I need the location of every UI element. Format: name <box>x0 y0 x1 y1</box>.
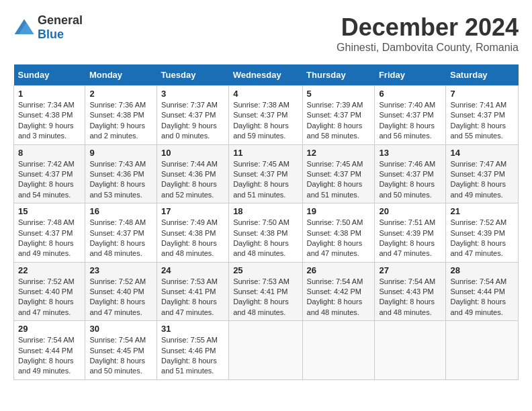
calendar-day-cell: 14 Sunrise: 7:47 AMSunset: 4:37 PMDaylig… <box>446 144 519 203</box>
calendar-day-cell: 4 Sunrise: 7:38 AMSunset: 4:37 PMDayligh… <box>229 86 302 145</box>
day-number: 12 <box>307 148 371 158</box>
calendar-day-cell: 2 Sunrise: 7:36 AMSunset: 4:38 PMDayligh… <box>85 86 157 145</box>
calendar-day-cell: 26 Sunrise: 7:54 AMSunset: 4:42 PMDaylig… <box>302 262 375 321</box>
day-number: 8 <box>18 148 81 158</box>
day-number: 10 <box>161 148 224 158</box>
day-info: Sunrise: 7:44 AMSunset: 4:36 PMDaylight:… <box>161 160 218 199</box>
calendar-day-cell <box>302 321 375 380</box>
day-number: 25 <box>233 265 298 275</box>
day-info: Sunrise: 7:40 AMSunset: 4:37 PMDaylight:… <box>379 101 435 140</box>
day-number: 28 <box>450 265 514 275</box>
calendar-day-cell <box>375 321 446 380</box>
calendar-day-cell: 22 Sunrise: 7:52 AMSunset: 4:40 PMDaylig… <box>14 262 85 321</box>
calendar-day-cell: 19 Sunrise: 7:50 AMSunset: 4:38 PMDaylig… <box>302 203 375 263</box>
calendar-day-cell: 20 Sunrise: 7:51 AMSunset: 4:39 PMDaylig… <box>375 203 446 263</box>
day-info: Sunrise: 7:42 AMSunset: 4:37 PMDaylight:… <box>18 160 75 199</box>
day-info: Sunrise: 7:45 AMSunset: 4:37 PMDaylight:… <box>307 160 363 199</box>
day-number: 2 <box>89 89 152 99</box>
day-info: Sunrise: 7:50 AMSunset: 4:38 PMDaylight:… <box>233 218 290 257</box>
calendar-day-cell: 8 Sunrise: 7:42 AMSunset: 4:37 PMDayligh… <box>14 144 85 203</box>
day-number: 13 <box>379 148 441 158</box>
calendar-week-row: 1 Sunrise: 7:34 AMSunset: 4:38 PMDayligh… <box>14 86 519 145</box>
day-number: 14 <box>450 148 514 158</box>
day-number: 18 <box>233 206 298 216</box>
day-info: Sunrise: 7:39 AMSunset: 4:37 PMDaylight:… <box>307 101 363 140</box>
calendar-day-cell: 10 Sunrise: 7:44 AMSunset: 4:36 PMDaylig… <box>157 144 229 203</box>
day-number: 27 <box>379 265 441 275</box>
day-info: Sunrise: 7:52 AMSunset: 4:40 PMDaylight:… <box>18 277 75 316</box>
day-info: Sunrise: 7:46 AMSunset: 4:37 PMDaylight:… <box>379 160 435 199</box>
day-number: 15 <box>18 206 81 216</box>
day-number: 29 <box>18 324 81 334</box>
day-number: 21 <box>450 206 514 216</box>
day-info: Sunrise: 7:45 AMSunset: 4:37 PMDaylight:… <box>233 160 290 199</box>
day-number: 4 <box>233 89 298 99</box>
day-info: Sunrise: 7:54 AMSunset: 4:44 PMDaylight:… <box>18 336 75 375</box>
day-info: Sunrise: 7:53 AMSunset: 4:41 PMDaylight:… <box>233 277 290 316</box>
calendar-day-cell <box>446 321 519 380</box>
column-header-sunday: Sunday <box>14 64 85 86</box>
column-header-saturday: Saturday <box>446 64 519 86</box>
day-info: Sunrise: 7:48 AMSunset: 4:37 PMDaylight:… <box>89 218 146 257</box>
calendar-day-cell <box>229 321 302 380</box>
day-number: 5 <box>307 89 371 99</box>
logo: General Blue <box>13 13 83 42</box>
day-number: 6 <box>379 89 441 99</box>
day-info: Sunrise: 7:49 AMSunset: 4:38 PMDaylight:… <box>161 218 218 257</box>
day-number: 24 <box>161 265 224 275</box>
day-info: Sunrise: 7:55 AMSunset: 4:46 PMDaylight:… <box>161 336 218 375</box>
calendar-day-cell: 6 Sunrise: 7:40 AMSunset: 4:37 PMDayligh… <box>375 86 446 145</box>
day-number: 11 <box>233 148 298 158</box>
day-info: Sunrise: 7:48 AMSunset: 4:37 PMDaylight:… <box>18 218 75 257</box>
calendar-day-cell: 13 Sunrise: 7:46 AMSunset: 4:37 PMDaylig… <box>375 144 446 203</box>
day-info: Sunrise: 7:54 AMSunset: 4:42 PMDaylight:… <box>307 277 363 316</box>
day-number: 7 <box>450 89 514 99</box>
calendar-week-row: 29 Sunrise: 7:54 AMSunset: 4:44 PMDaylig… <box>14 321 519 380</box>
calendar-day-cell: 30 Sunrise: 7:54 AMSunset: 4:45 PMDaylig… <box>85 321 157 380</box>
day-info: Sunrise: 7:54 AMSunset: 4:44 PMDaylight:… <box>450 277 506 316</box>
calendar-week-row: 22 Sunrise: 7:52 AMSunset: 4:40 PMDaylig… <box>14 262 519 321</box>
logo-text-general: General <box>38 13 83 27</box>
page-header: General Blue December 2024 Ghinesti, Dam… <box>13 13 519 54</box>
calendar-day-cell: 5 Sunrise: 7:39 AMSunset: 4:37 PMDayligh… <box>302 86 375 145</box>
calendar-header-row: SundayMondayTuesdayWednesdayThursdayFrid… <box>14 64 519 86</box>
day-number: 20 <box>379 206 441 216</box>
calendar-day-cell: 11 Sunrise: 7:45 AMSunset: 4:37 PMDaylig… <box>229 144 302 203</box>
day-info: Sunrise: 7:51 AMSunset: 4:39 PMDaylight:… <box>379 218 435 257</box>
day-info: Sunrise: 7:38 AMSunset: 4:37 PMDaylight:… <box>233 101 290 140</box>
calendar-day-cell: 1 Sunrise: 7:34 AMSunset: 4:38 PMDayligh… <box>14 86 85 145</box>
column-header-friday: Friday <box>375 64 446 86</box>
calendar-week-row: 15 Sunrise: 7:48 AMSunset: 4:37 PMDaylig… <box>14 203 519 263</box>
day-info: Sunrise: 7:37 AMSunset: 4:37 PMDaylight:… <box>161 101 218 140</box>
calendar-week-row: 8 Sunrise: 7:42 AMSunset: 4:37 PMDayligh… <box>14 144 519 203</box>
calendar-day-cell: 3 Sunrise: 7:37 AMSunset: 4:37 PMDayligh… <box>157 86 229 145</box>
day-info: Sunrise: 7:41 AMSunset: 4:37 PMDaylight:… <box>450 101 506 140</box>
day-info: Sunrise: 7:52 AMSunset: 4:40 PMDaylight:… <box>89 277 146 316</box>
title-section: December 2024 Ghinesti, Dambovita County… <box>337 13 519 54</box>
day-number: 31 <box>161 324 224 334</box>
column-header-thursday: Thursday <box>302 64 375 86</box>
column-header-wednesday: Wednesday <box>229 64 302 86</box>
calendar-day-cell: 7 Sunrise: 7:41 AMSunset: 4:37 PMDayligh… <box>446 86 519 145</box>
day-number: 17 <box>161 206 224 216</box>
calendar-day-cell: 23 Sunrise: 7:52 AMSunset: 4:40 PMDaylig… <box>85 262 157 321</box>
calendar-table: SundayMondayTuesdayWednesdayThursdayFrid… <box>13 64 519 380</box>
calendar-day-cell: 18 Sunrise: 7:50 AMSunset: 4:38 PMDaylig… <box>229 203 302 263</box>
day-number: 1 <box>18 89 81 99</box>
day-number: 3 <box>161 89 224 99</box>
day-info: Sunrise: 7:50 AMSunset: 4:38 PMDaylight:… <box>307 218 363 257</box>
main-title: December 2024 <box>337 13 519 42</box>
calendar-day-cell: 15 Sunrise: 7:48 AMSunset: 4:37 PMDaylig… <box>14 203 85 263</box>
location-subtitle: Ghinesti, Dambovita County, Romania <box>337 42 519 54</box>
calendar-day-cell: 29 Sunrise: 7:54 AMSunset: 4:44 PMDaylig… <box>14 321 85 380</box>
logo-icon <box>13 18 35 37</box>
calendar-day-cell: 24 Sunrise: 7:53 AMSunset: 4:41 PMDaylig… <box>157 262 229 321</box>
day-number: 30 <box>89 324 152 334</box>
calendar-day-cell: 27 Sunrise: 7:54 AMSunset: 4:43 PMDaylig… <box>375 262 446 321</box>
day-number: 26 <box>307 265 371 275</box>
day-info: Sunrise: 7:36 AMSunset: 4:38 PMDaylight:… <box>89 101 146 140</box>
day-info: Sunrise: 7:34 AMSunset: 4:38 PMDaylight:… <box>18 101 75 140</box>
day-number: 22 <box>18 265 81 275</box>
day-number: 16 <box>89 206 152 216</box>
column-header-tuesday: Tuesday <box>157 64 229 86</box>
